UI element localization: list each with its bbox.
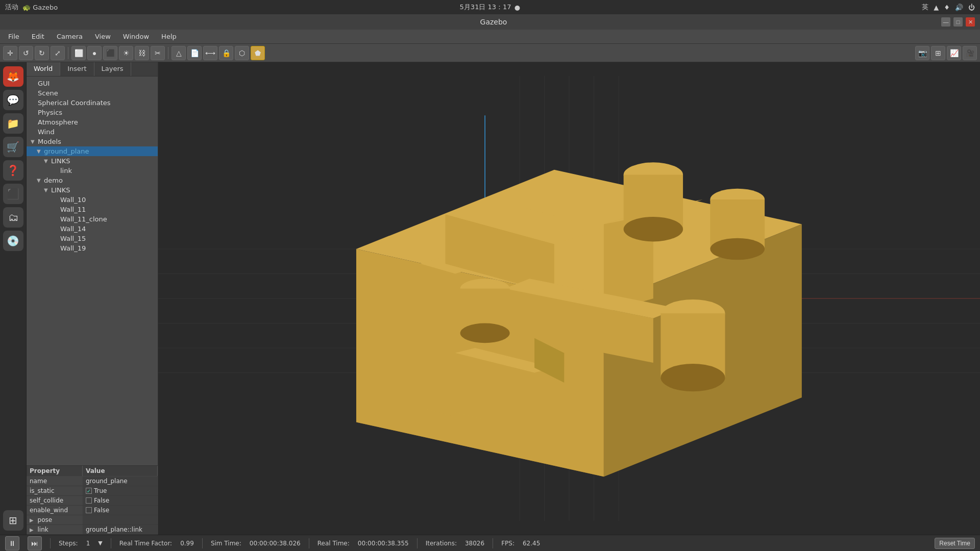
wind-label: Wind bbox=[38, 128, 55, 136]
tree-spherical[interactable]: Spherical Coordinates bbox=[27, 98, 158, 108]
wall15-label: Wall_15 bbox=[60, 235, 86, 242]
iterations-label: Iterations: bbox=[426, 540, 457, 547]
viewport[interactable] bbox=[158, 62, 980, 535]
activities-label[interactable]: 活动 bbox=[5, 3, 18, 12]
lock-button[interactable]: 🔒 bbox=[219, 46, 233, 60]
prop-row-name[interactable]: name ground_plane bbox=[27, 477, 158, 486]
cylinder-button[interactable]: ⬛ bbox=[103, 46, 117, 60]
ground-plane-arrow: ▼ bbox=[37, 148, 44, 154]
box-button[interactable]: ⬜ bbox=[71, 46, 86, 60]
translate-tool-button[interactable]: ↺ bbox=[19, 46, 33, 60]
tree-wall15[interactable]: Wall_15 bbox=[27, 234, 158, 243]
lang-indicator[interactable]: 英 bbox=[922, 3, 928, 12]
prop-enable-wind-label: enable_wind bbox=[27, 506, 83, 515]
steps-value: 1 bbox=[86, 540, 90, 547]
link-expand-arrow: ▶ bbox=[30, 527, 34, 533]
sim-time-value: 00:00:00:38.026 bbox=[250, 540, 301, 547]
self-collide-checkbox[interactable]: ✓ bbox=[86, 497, 92, 504]
tree-ground-links[interactable]: ▼ LINKS bbox=[27, 156, 158, 166]
tree-physics[interactable]: Physics bbox=[27, 108, 158, 117]
tab-insert[interactable]: Insert bbox=[60, 62, 94, 76]
menu-bar: File Edit Camera View Window Help bbox=[0, 30, 980, 44]
svg-point-38 bbox=[660, 364, 725, 391]
pose-expand-arrow: ▶ bbox=[30, 517, 34, 523]
minimize-button[interactable]: — bbox=[941, 17, 950, 27]
plot-button[interactable]: 📈 bbox=[947, 46, 961, 60]
tree-wall10[interactable]: Wall_10 bbox=[27, 195, 158, 205]
panel-tabs: World Insert Layers bbox=[27, 62, 158, 77]
pause-button[interactable]: ⏸ bbox=[5, 536, 19, 550]
taskbar-firefox[interactable]: 🦊 bbox=[3, 66, 23, 87]
prop-row-self-collide[interactable]: self_collide ✓ False bbox=[27, 496, 158, 506]
taskbar-files2[interactable]: 🗂 bbox=[3, 207, 23, 228]
tree-wall11[interactable]: Wall_11 bbox=[27, 205, 158, 214]
status-bar: ⏸ ⏭ Steps: 1 ▼ Real Time Factor: 0.99 Si… bbox=[0, 535, 980, 551]
arrow-button[interactable]: △ bbox=[172, 46, 186, 60]
tree-wall14[interactable]: Wall_14 bbox=[27, 224, 158, 234]
tree-wind[interactable]: Wind bbox=[27, 127, 158, 137]
real-time-label: Real Time: bbox=[317, 540, 350, 547]
layers-view-button[interactable]: ⊞ bbox=[931, 46, 945, 60]
status-sep-5 bbox=[417, 538, 418, 548]
close-button[interactable]: ✕ bbox=[966, 17, 975, 27]
camera-button[interactable]: 📷 bbox=[915, 46, 929, 60]
tree-gui[interactable]: GUI bbox=[27, 79, 158, 88]
taskbar-terminal[interactable]: ⬛ bbox=[3, 184, 23, 204]
taskbar-help[interactable]: ❓ bbox=[3, 160, 23, 181]
step-forward-button[interactable]: ⏭ bbox=[28, 536, 42, 550]
menu-help[interactable]: Help bbox=[156, 32, 182, 41]
menu-edit[interactable]: Edit bbox=[27, 32, 50, 41]
tree-ground-link[interactable]: link bbox=[27, 166, 158, 176]
prop-link-value: ground_plane::link bbox=[83, 525, 158, 534]
tab-layers[interactable]: Layers bbox=[94, 62, 131, 76]
enable-wind-checkbox[interactable]: ✓ bbox=[86, 507, 92, 513]
pose-label-text: pose bbox=[38, 516, 53, 523]
taskbar-disk[interactable]: 💿 bbox=[3, 231, 23, 251]
taskbar-files[interactable]: 📁 bbox=[3, 113, 23, 134]
tree-ground-plane[interactable]: ▼ ground_plane bbox=[27, 146, 158, 156]
tree-demo[interactable]: ▼ demo bbox=[27, 176, 158, 185]
wall11clone-label: Wall_11_clone bbox=[60, 215, 107, 223]
tab-world[interactable]: World bbox=[27, 62, 60, 76]
menu-file[interactable]: File bbox=[3, 32, 24, 41]
menu-camera[interactable]: Camera bbox=[52, 32, 88, 41]
light-button[interactable]: ☀ bbox=[119, 46, 133, 60]
tree-wall11clone[interactable]: Wall_11_clone bbox=[27, 214, 158, 224]
scissors-button[interactable]: ✂ bbox=[151, 46, 165, 60]
status-sep-2 bbox=[111, 538, 111, 548]
demo-arrow: ▼ bbox=[37, 178, 44, 183]
maximize-button[interactable]: □ bbox=[953, 17, 963, 27]
taskbar-chat[interactable]: 💬 bbox=[3, 90, 23, 110]
active-tool-button[interactable]: ⬟ bbox=[251, 46, 265, 60]
hex-button[interactable]: ⬡ bbox=[235, 46, 249, 60]
tree-models[interactable]: ▼ Models bbox=[27, 137, 158, 146]
reset-time-button[interactable]: Reset Time bbox=[935, 538, 975, 549]
tree-atmosphere[interactable]: Atmosphere bbox=[27, 117, 158, 127]
prop-row-is-static[interactable]: is_static ✓ True bbox=[27, 486, 158, 496]
menu-window[interactable]: Window bbox=[118, 32, 154, 41]
chain-button[interactable]: ⛓ bbox=[135, 46, 149, 60]
ground-links-label: LINKS bbox=[51, 157, 70, 165]
rotate-tool-button[interactable]: ↻ bbox=[35, 46, 49, 60]
select-tool-button[interactable]: ✛ bbox=[3, 46, 17, 60]
tree-wall19[interactable]: Wall_19 bbox=[27, 243, 158, 253]
rtf-value: 0.99 bbox=[180, 540, 194, 547]
wall10-label: Wall_10 bbox=[60, 196, 86, 204]
taskbar-grid[interactable]: ⊞ bbox=[3, 510, 23, 531]
menu-view[interactable]: View bbox=[90, 32, 116, 41]
tree-scene[interactable]: Scene bbox=[27, 88, 158, 98]
taskbar-store[interactable]: 🛒 bbox=[3, 137, 23, 157]
tree-demo-links[interactable]: ▼ LINKS bbox=[27, 185, 158, 195]
copy-button[interactable]: 📄 bbox=[187, 46, 202, 60]
prop-row-link[interactable]: ▶ link ground_plane::link bbox=[27, 525, 158, 535]
video-button[interactable]: 🎥 bbox=[963, 46, 977, 60]
sphere-button[interactable]: ● bbox=[87, 46, 102, 60]
measure-button[interactable]: ⟷ bbox=[203, 46, 217, 60]
scene-label: Scene bbox=[38, 89, 58, 97]
prop-pose-label: ▶ pose bbox=[27, 515, 83, 524]
prop-row-pose[interactable]: ▶ pose bbox=[27, 515, 158, 525]
system-bar-left: 活动 🐢 Gazebo bbox=[5, 3, 58, 12]
prop-row-enable-wind[interactable]: enable_wind ✓ False bbox=[27, 506, 158, 515]
scale-tool-button[interactable]: ⤢ bbox=[51, 46, 65, 60]
is-static-checkbox[interactable]: ✓ bbox=[86, 488, 92, 494]
